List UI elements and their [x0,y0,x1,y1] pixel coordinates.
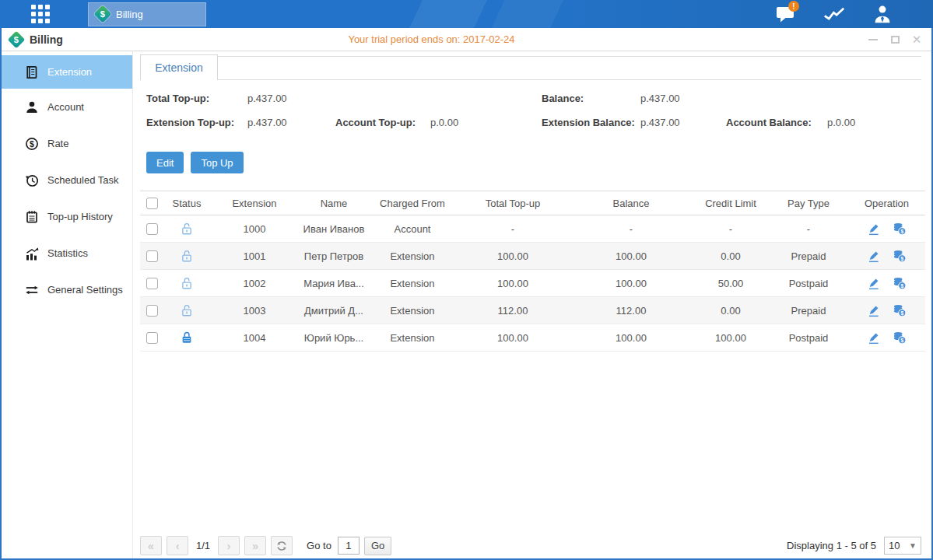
topup-history-notebook-icon [25,210,39,224]
unlocked-status-icon [181,222,193,236]
unlocked-status-icon [181,249,193,263]
table-row-1004: 1004Юрий Юрь...Extension100.00100.00100.… [140,324,925,352]
cell-balance: 100.00 [570,250,693,262]
cell-pay-type: Postpaid [769,332,848,344]
sidebar-item-general-settings[interactable]: General Settings [2,271,132,308]
billing-app-tab[interactable]: $ Billing [88,2,206,26]
cell-total-topup: - [456,223,570,235]
sidebar-item-scheduled-task[interactable]: Scheduled Task [2,162,132,198]
sidebar-item-label: Extension [47,66,92,78]
select-all-checkbox[interactable] [146,198,158,209]
unlocked-icon [181,222,193,236]
cell-charged-from: Extension [369,305,456,317]
row-checkbox[interactable] [146,250,158,262]
cell-total-topup: 100.00 [456,278,570,289]
scheduled-task-history-clock-icon [25,173,39,187]
last-page-button[interactable]: » [244,536,266,555]
cell-extension: 1004 [210,332,299,344]
goto-page-input[interactable] [338,537,360,555]
cell-credit-limit: - [693,223,769,235]
svg-text:$: $ [900,256,903,262]
extension-table: Status Extension Name Charged From Total… [140,191,925,352]
page-indicator: 1/1 [196,540,210,551]
page-size-select[interactable]: 10 ▼ [884,537,921,555]
col-name: Name [299,198,369,209]
edit-pencil-icon [867,250,880,263]
app-grid-icon[interactable] [29,2,52,26]
maximize-icon[interactable] [889,34,900,45]
edit-row-button[interactable] [867,331,880,345]
cell-charged-from: Extension [369,278,456,289]
prev-page-button[interactable]: ‹ [167,536,188,555]
extension-topup-stat: Extension Top-up:p.437.00 [146,117,287,128]
extension-balance-stat: Extension Balance:p.437.00 [542,117,680,128]
tab-bar: Extension [133,54,931,80]
first-page-button[interactable]: « [140,536,162,555]
svg-text:$: $ [900,229,903,235]
cell-charged-from: Extension [369,332,456,344]
sidebar-item-rate[interactable]: $ Rate [2,125,132,162]
cell-total-topup: 112.00 [456,305,570,317]
cell-pay-type: Postpaid [769,278,848,289]
table-body: 1000Иван ИвановAccount----$1001Петр Петр… [140,215,925,352]
topup-row-button[interactable]: $ [893,331,907,345]
trial-notice: Your trial period ends on: 2017-02-24 [2,33,861,45]
sidebar-item-account[interactable]: Account [2,89,132,125]
cell-credit-limit: 0.00 [693,305,769,317]
cell-charged-from: Extension [369,250,456,262]
cell-total-topup: 100.00 [456,332,570,344]
sidebar-item-label: Top-up History [47,211,113,222]
topup-row-button[interactable]: $ [893,249,907,263]
col-extension: Extension [210,198,299,209]
edit-button[interactable]: Edit [146,152,184,173]
refresh-button[interactable] [271,536,293,555]
tab-extension[interactable]: Extension [140,54,218,80]
svg-text:$: $ [30,138,34,148]
user-account-icon[interactable] [869,4,896,24]
billing-dollar-diamond-icon: $ [94,5,112,23]
edit-row-button[interactable] [867,222,880,236]
go-button[interactable]: Go [364,537,391,555]
top-app-bar: $ Billing ! [0,0,933,28]
minimize-icon[interactable] [868,34,879,45]
next-page-button[interactable]: › [218,536,240,555]
row-checkbox[interactable] [146,223,158,235]
row-checkbox[interactable] [146,305,158,317]
refresh-icon [276,541,287,551]
messages-icon[interactable]: ! [773,4,799,24]
top-up-button[interactable]: Top Up [191,152,243,173]
cell-balance: 100.00 [570,278,693,289]
topup-row-button[interactable]: $ [893,276,907,290]
sidebar-item-statistics[interactable]: Statistics [2,235,132,271]
extension-ledger-icon [25,65,39,79]
row-checkbox[interactable] [146,332,158,344]
rate-dollar-circle-icon: $ [25,137,39,151]
topup-row-button[interactable]: $ [893,303,907,317]
chevron-down-icon: ▼ [909,541,917,550]
sidebar-item-extension[interactable]: Extension [2,55,132,89]
total-topup-stat: Total Top-up:p.437.00 [146,93,287,104]
cell-extension: 1003 [210,305,299,317]
close-icon[interactable]: ✕ [911,34,922,45]
window-title-bar: $ Billing Your trial period ends on: 201… [2,28,931,51]
svg-text:$: $ [900,338,903,344]
billing-window: $ Billing Your trial period ends on: 201… [0,28,933,560]
cell-balance: 100.00 [570,332,693,344]
sidebar-item-topup-history[interactable]: Top-up History [2,198,132,235]
main-content: Extension Total Top-up:p.437.00 Balance:… [132,51,931,558]
cell-pay-type: Prepaid [769,305,848,317]
topup-coins-icon: $ [893,222,907,236]
cell-credit-limit: 50.00 [693,278,769,289]
col-balance: Balance [570,198,693,209]
cell-charged-from: Account [369,223,456,235]
sidebar-item-label: General Settings [47,284,123,296]
unlocked-status-icon [181,303,193,317]
topup-row-button[interactable]: $ [893,222,907,236]
edit-row-button[interactable] [867,250,880,263]
balance-summary: Total Top-up:p.437.00 Balance:p.437.00 E… [133,80,931,136]
statistics-chart-icon[interactable] [821,4,847,24]
edit-pencil-icon [867,304,880,317]
edit-row-button[interactable] [867,304,880,317]
row-checkbox[interactable] [146,278,158,289]
edit-row-button[interactable] [867,277,880,290]
